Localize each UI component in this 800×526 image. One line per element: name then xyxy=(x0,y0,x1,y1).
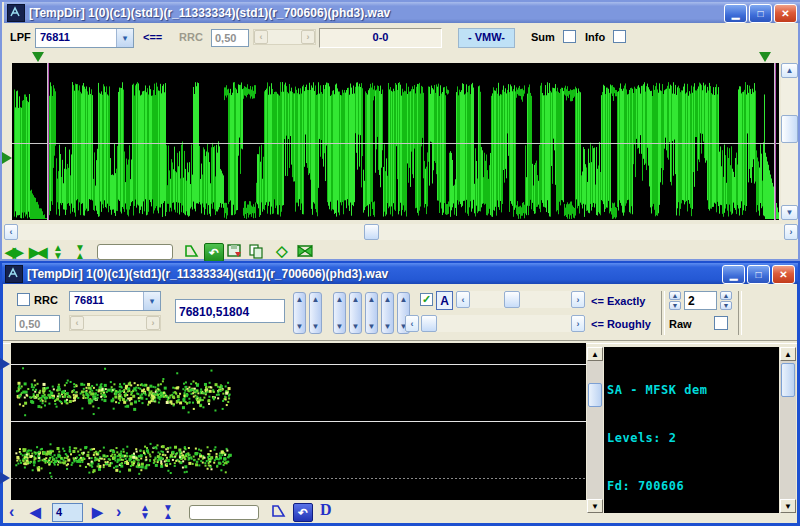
level-marker[interactable] xyxy=(2,152,12,164)
spinner-digit-2[interactable]: ▲▼ xyxy=(349,292,362,334)
baudrate-field[interactable]: 76810,51804 xyxy=(175,299,285,323)
expand-vertical-button[interactable]: ▲▼ xyxy=(53,244,63,260)
spinner-coarse-2[interactable]: ▲▼ xyxy=(309,292,322,334)
left-cursor-marker[interactable] xyxy=(32,52,44,62)
diamond-tool-icon[interactable]: ◇ xyxy=(276,244,288,258)
decode-button[interactable]: D xyxy=(320,502,332,517)
waveform-vscrollbar[interactable]: ▲ ▼ xyxy=(781,63,798,220)
chevron-down-icon[interactable]: ▾ xyxy=(116,29,133,47)
titlebar-1[interactable]: [TempDir] 1(0)(c1)(std1)(r_11333334)(std… xyxy=(4,2,800,23)
rrc-rolloff-field[interactable]: 0,50 xyxy=(15,315,60,332)
exactly-scrollbar[interactable]: ‹ › xyxy=(456,291,585,308)
scroll-left-icon[interactable]: ‹ xyxy=(4,224,18,240)
collapse-horizontal-button[interactable]: ▶◀ xyxy=(29,245,45,259)
levels-spinner-left[interactable]: ▲▼ xyxy=(669,291,681,310)
window-title: [TempDir] 1(0)(c1)(std1)(r_11333334)(std… xyxy=(29,6,390,20)
page-last-button[interactable]: › xyxy=(116,504,121,519)
undo-button[interactable]: ↶ xyxy=(293,503,313,522)
step-back-button[interactable]: ◀ xyxy=(30,505,41,520)
spin-down-icon: ▼ xyxy=(296,322,304,331)
envelope-tool-icon[interactable] xyxy=(183,243,200,263)
roughly-scrollbar[interactable]: ‹ › xyxy=(405,315,585,332)
info-checkbox[interactable] xyxy=(613,30,626,43)
rrc-value-field[interactable]: 0,50 xyxy=(211,29,249,47)
maximize-button[interactable]: □ xyxy=(749,4,772,23)
titlebar-2[interactable]: [TempDir] 1(0)(c1)(std1)(r_11333334)(std… xyxy=(2,263,798,284)
scroll-left-icon[interactable]: ‹ xyxy=(456,291,470,308)
collapse-vertical-button[interactable]: ▼▲ xyxy=(163,504,173,520)
spinner-digit-1[interactable]: ▲▼ xyxy=(333,292,346,334)
right-cursor-marker[interactable] xyxy=(759,52,771,62)
step-forward-button[interactable]: ▶ xyxy=(92,505,103,520)
levels-field[interactable]: 2 xyxy=(684,291,717,310)
spin-up-icon: ▲ xyxy=(669,291,681,300)
waveform-display[interactable] xyxy=(12,63,779,220)
demod-info-panel[interactable]: SA - MFSK dem Levels: 2 Fd: 700606 Br: 7… xyxy=(604,347,779,513)
scroll-left-icon: ‹ xyxy=(70,316,84,330)
scroll-down-icon[interactable]: ▼ xyxy=(781,205,798,220)
save-selection-icon[interactable] xyxy=(226,243,243,263)
waveform-hscrollbar[interactable]: ‹ › xyxy=(4,224,798,240)
copy-icon[interactable] xyxy=(248,243,265,263)
scroll-right-icon[interactable]: › xyxy=(784,224,798,240)
assign-arrow-label: <== xyxy=(143,31,162,43)
upper-level-marker[interactable] xyxy=(0,358,10,370)
close-button[interactable]: ✕ xyxy=(774,4,797,23)
scrollbar-thumb[interactable] xyxy=(781,115,798,143)
scrollbar-thumb[interactable] xyxy=(781,363,795,397)
maximize-button[interactable]: □ xyxy=(747,265,770,284)
rrc-label: RRC xyxy=(34,294,58,306)
spinner-coarse-1[interactable]: ▲▼ xyxy=(293,292,306,334)
spinner-digit-3[interactable]: ▲▼ xyxy=(365,292,378,334)
frequency-combobox[interactable]: 76811 ▾ xyxy=(69,291,161,311)
expand-horizontal-button[interactable]: ◀▶ xyxy=(5,245,21,259)
scrollbar-thumb[interactable] xyxy=(588,383,602,407)
mark-edit-field[interactable] xyxy=(97,244,173,260)
chevron-down-icon[interactable]: ▾ xyxy=(143,292,160,310)
roughly-label: <= Roughly xyxy=(591,318,651,330)
scroll-up-icon[interactable]: ▲ xyxy=(781,63,798,78)
lpf-combobox[interactable]: 76811 ▾ xyxy=(35,28,134,48)
levels-vscrollbar[interactable]: ▲ ▼ xyxy=(587,347,603,513)
raw-checkbox[interactable] xyxy=(714,316,728,330)
spinner-digit-4[interactable]: ▲▼ xyxy=(381,292,394,334)
spin-up-icon: ▲ xyxy=(400,295,408,304)
sum-checkbox[interactable] xyxy=(563,30,576,43)
rolloff-scrollbar: ‹ › xyxy=(69,315,161,331)
envelope-tool-icon[interactable] xyxy=(270,503,287,523)
window-title: [TempDir] 1(0)(c1)(std1)(r_11333334)(std… xyxy=(27,267,388,281)
a-button[interactable]: A xyxy=(436,291,453,310)
check-icon: ✓ xyxy=(422,294,431,305)
raw-label: Raw xyxy=(669,318,692,330)
scroll-up-icon[interactable]: ▲ xyxy=(587,347,603,361)
collapse-vertical-button[interactable]: ▼▲ xyxy=(75,244,85,260)
scrollbar-thumb[interactable] xyxy=(504,291,520,308)
bowtie-tool-icon[interactable] xyxy=(296,243,314,263)
position-field[interactable]: 4 xyxy=(52,503,83,522)
scrollbar-thumb[interactable] xyxy=(364,224,379,240)
vmw-button[interactable]: - VMW- xyxy=(458,28,515,48)
page-first-button[interactable]: ‹ xyxy=(9,504,14,519)
scroll-left-icon[interactable]: ‹ xyxy=(405,315,419,332)
scroll-right-icon[interactable]: › xyxy=(571,291,585,308)
rrc-checkbox[interactable] xyxy=(17,293,30,306)
scroll-down-icon[interactable]: ▼ xyxy=(587,499,603,513)
spin-down-icon: ▼ xyxy=(669,301,681,310)
minimize-button[interactable]: ▁ xyxy=(724,4,747,23)
mark-edit-field[interactable] xyxy=(189,505,259,520)
scroll-right-icon[interactable]: › xyxy=(571,315,585,332)
symbol-scatter-display[interactable] xyxy=(11,343,586,500)
application: [TempDir] 1(0)(c1)(std1)(r_11333334)(std… xyxy=(0,0,800,526)
auto-checkbox[interactable]: ✓ xyxy=(420,293,433,306)
levels-spinner-right[interactable]: ▲▼ xyxy=(720,291,732,310)
undo-button[interactable]: ↶ xyxy=(204,243,224,262)
scroll-up-icon[interactable]: ▲ xyxy=(780,347,796,361)
expand-vertical-button[interactable]: ▲▼ xyxy=(140,504,150,520)
scrollbar-thumb[interactable] xyxy=(421,315,437,332)
app-icon xyxy=(7,4,25,22)
minimize-button[interactable]: ▁ xyxy=(722,265,745,284)
scroll-down-icon[interactable]: ▼ xyxy=(780,499,796,513)
info-vscrollbar[interactable]: ▲ ▼ xyxy=(780,347,796,513)
close-button[interactable]: ✕ xyxy=(772,265,795,284)
lower-level-marker[interactable] xyxy=(0,472,10,484)
